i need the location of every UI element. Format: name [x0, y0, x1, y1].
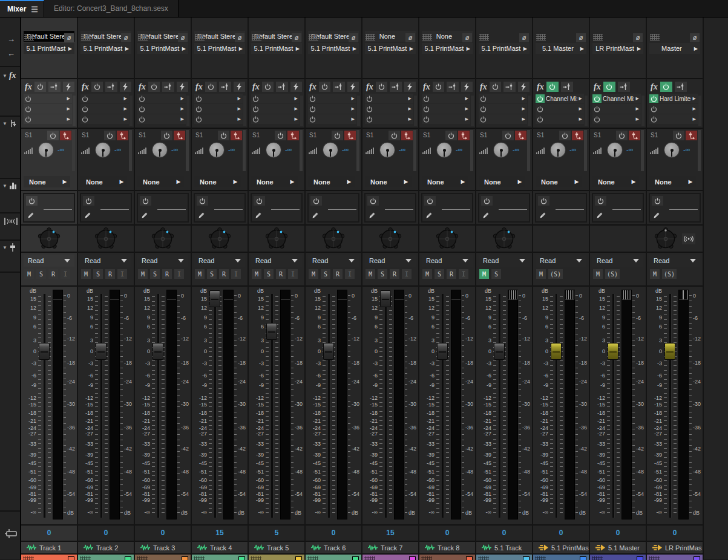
track-color-bar[interactable] [647, 555, 703, 560]
meter-clip-indicator[interactable] [622, 290, 631, 300]
r-button[interactable]: R [333, 269, 343, 279]
automation-mode-selector[interactable]: Read [194, 255, 245, 267]
fx-slot[interactable]: ▶ [422, 94, 470, 103]
track-name-row[interactable]: 5.1 Master [590, 542, 646, 555]
send-level-value[interactable]: -∞ [342, 146, 349, 153]
send-level-value[interactable]: -∞ [569, 146, 577, 153]
i-button[interactable]: I [231, 269, 241, 279]
m-button[interactable]: M [422, 269, 432, 279]
fx-power-button[interactable] [603, 82, 615, 92]
fader-rail[interactable] [385, 294, 387, 518]
fx-slot-power-icon[interactable] [137, 105, 146, 113]
eq-power-button[interactable] [197, 196, 208, 206]
send-destination-selector[interactable]: None ▶ [422, 176, 468, 187]
fx-slot[interactable]: ▶ [308, 114, 356, 124]
fx-slot-power-icon[interactable] [251, 94, 260, 103]
sends-scrollbar[interactable] [527, 130, 530, 171]
strip-drag-grip[interactable] [366, 34, 375, 41]
fx-prefader-button[interactable] [618, 82, 630, 92]
fader-rail[interactable] [612, 294, 615, 518]
fx-slot[interactable]: ▶ [365, 104, 413, 114]
volume-value[interactable]: 0 [476, 526, 532, 542]
output-selector[interactable]: 5.1 PrintMast ▶ [251, 43, 302, 54]
fx-freeze-icon[interactable] [120, 82, 131, 92]
volume-fader-handle[interactable] [39, 343, 50, 360]
fx-slot[interactable]: ▶ [536, 104, 584, 114]
fx-power-button[interactable] [205, 82, 217, 92]
panel-menu-icon[interactable]: ☰ [31, 5, 38, 14]
output-selector[interactable]: LR PrintMast ▶ [592, 43, 643, 54]
fx-power-button[interactable] [319, 82, 330, 92]
eq-power-button[interactable] [310, 196, 322, 206]
eq-power-button[interactable] [83, 196, 94, 206]
fx-slot[interactable]: ▶ [194, 94, 243, 103]
strip-drag-grip[interactable] [138, 34, 148, 41]
send-level-value[interactable]: -∞ [57, 146, 65, 153]
s-button[interactable]: S [207, 269, 217, 279]
output-selector[interactable]: 5.1 PrintMast ▶ [137, 43, 188, 54]
track-name-row[interactable]: LR PrintMas [647, 542, 703, 555]
volume-value[interactable]: 15 [192, 526, 248, 542]
sends-scrollbar[interactable] [186, 130, 189, 171]
fx-slot-power-icon[interactable] [137, 94, 146, 103]
strip-drag-grip[interactable] [536, 34, 546, 41]
fx-slot[interactable]: ▶ [80, 114, 129, 124]
eq-graph-box[interactable] [478, 193, 530, 223]
fx-slot-power-icon[interactable] [80, 115, 90, 123]
track-name[interactable]: 5.1 PrintMas [551, 544, 589, 552]
strip-drag-grip[interactable] [252, 34, 261, 41]
automation-mode-selector[interactable]: Read [137, 255, 188, 267]
meter-clip-indicator[interactable] [167, 290, 176, 300]
volume-fader-handle[interactable] [323, 343, 334, 360]
send-level-knob[interactable] [38, 142, 54, 158]
send-postfader-button[interactable] [231, 131, 242, 140]
fx-scrollbar[interactable] [528, 96, 531, 126]
output-selector[interactable]: 5.1 PrintMast ▶ [24, 43, 74, 54]
fx-slot-power-icon[interactable] [251, 115, 260, 123]
fader-rail[interactable] [328, 294, 330, 518]
output-selector[interactable]: 5.1 PrintMast ▶ [479, 43, 530, 54]
strip-drag-grip[interactable] [422, 34, 432, 41]
send-power-button[interactable] [275, 131, 286, 140]
fader-section-toggle[interactable]: ▼ [2, 243, 16, 252]
send-power-button[interactable] [332, 131, 343, 140]
track-name[interactable]: Track 3 [153, 544, 175, 552]
track-color-swatch[interactable] [637, 556, 643, 560]
meter-clip-indicator[interactable] [224, 290, 233, 300]
send-level-knob[interactable] [607, 142, 623, 158]
volume-fader-handle[interactable] [551, 343, 562, 360]
send-destination-selector[interactable]: None ▶ [80, 176, 127, 187]
track-name[interactable]: LR PrintMas [665, 544, 702, 552]
eq-edit-pencil-icon[interactable] [653, 212, 660, 219]
send-destination-selector[interactable]: None ▶ [308, 176, 355, 187]
fader-rail[interactable] [556, 294, 558, 518]
automation-mode-selector[interactable]: Read [479, 255, 530, 267]
fx-freeze-icon[interactable] [518, 82, 530, 92]
phase-invert-button[interactable]: ø [349, 33, 358, 42]
fx-power-button[interactable] [433, 82, 444, 92]
phase-invert-button[interactable]: ø [519, 33, 529, 42]
send-destination-selector[interactable]: None ▶ [194, 176, 241, 187]
send-power-button[interactable] [673, 131, 684, 140]
tab-mixer[interactable]: Mixer ☰ [0, 0, 44, 17]
fx-slot[interactable]: ▶ [251, 104, 300, 114]
fx-slot-power-icon[interactable] [422, 115, 431, 123]
fx-slot-power-icon[interactable] [308, 115, 317, 123]
fx-slot[interactable]: ▶ [536, 114, 584, 124]
track-name-row[interactable]: Track 6 [306, 542, 361, 555]
volume-fader-handle[interactable] [664, 343, 675, 360]
surround-pan-puck[interactable] [265, 227, 288, 251]
fx-slot-power-icon[interactable] [592, 94, 602, 103]
fx-slot[interactable]: ▶ [592, 104, 641, 114]
fx-slot[interactable]: Channel Mixe ▶ [592, 94, 641, 103]
r-button[interactable]: R [447, 269, 456, 279]
s-button[interactable]: S [36, 269, 46, 279]
send-postfader-button[interactable] [287, 131, 299, 140]
tab-editor[interactable]: Editor: Concert3_Band_8chan.sesx [44, 0, 179, 17]
fx-power-button[interactable] [376, 82, 387, 92]
fx-slot-power-icon[interactable] [365, 94, 374, 103]
fx-slot-power-icon[interactable] [194, 94, 203, 103]
fx-slot-power-icon[interactable] [536, 94, 545, 103]
track-color-swatch[interactable] [409, 556, 416, 560]
fx-slot[interactable]: ▶ [80, 104, 129, 114]
